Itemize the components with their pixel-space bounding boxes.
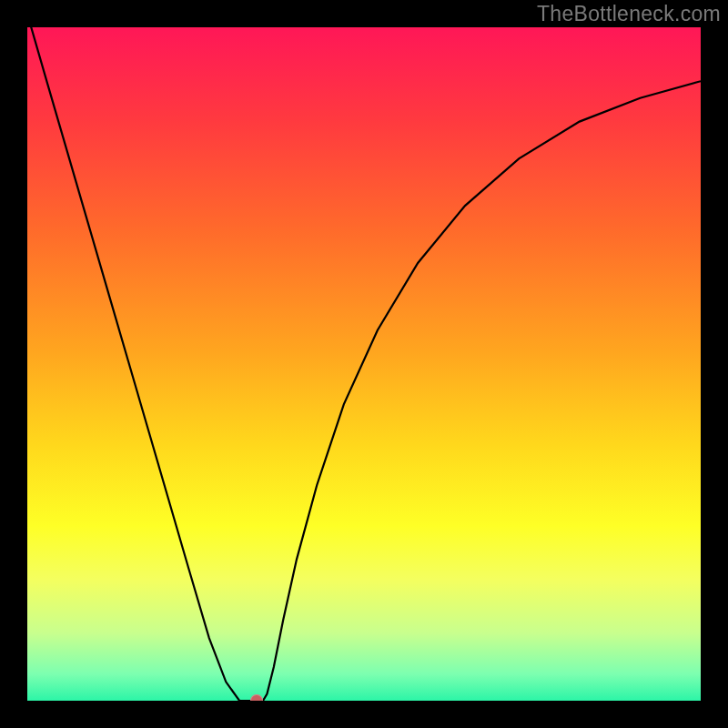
optimum-marker bbox=[250, 694, 263, 701]
chart-frame: TheBottleneck.com bbox=[0, 0, 728, 728]
watermark-text: TheBottleneck.com bbox=[537, 2, 721, 26]
bottleneck-curve-path bbox=[27, 27, 701, 701]
plot-area bbox=[27, 27, 701, 701]
curve-layer bbox=[27, 27, 701, 701]
